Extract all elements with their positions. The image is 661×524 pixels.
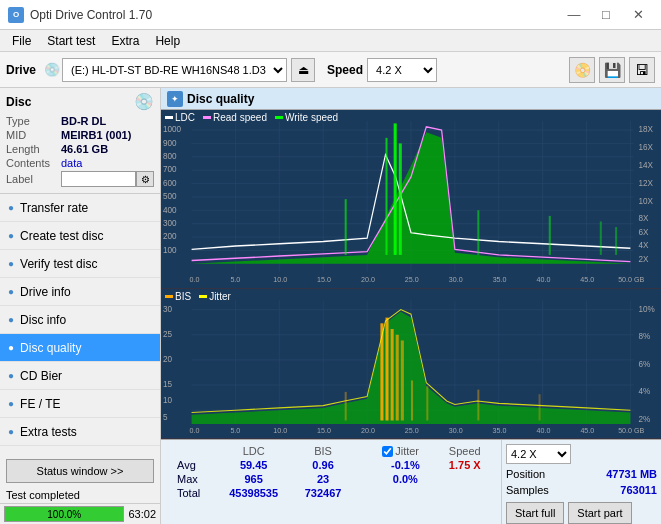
sidebar-item-drive-info[interactable]: ● Drive info [0,278,160,306]
svg-rect-102 [396,335,399,421]
jitter-checkbox-label[interactable]: Jitter [382,445,428,457]
menu-file[interactable]: File [4,32,39,50]
chart1-legend: LDC Read speed Write speed [165,112,338,123]
total-bis: 732467 [292,486,354,500]
drive-select[interactable]: (E:) HL-DT-ST BD-RE WH16NS48 1.D3 [62,58,287,82]
label-button[interactable]: ⚙ [136,171,154,187]
titlebar-controls: — □ ✕ [559,5,653,25]
stats-table: LDC BIS Jitter Speed [161,440,501,524]
svg-text:25.0: 25.0 [405,426,419,435]
jitter-checkbox[interactable] [382,446,393,457]
drive-info-icon: ● [8,286,14,297]
svg-text:16X: 16X [639,142,654,152]
sidebar-item-disc-quality[interactable]: ● Disc quality [0,334,160,362]
app-icon: O [8,7,24,23]
mid-label: MID [6,129,61,141]
disc-header: Disc 💿 [6,92,154,111]
avg-row: Avg 59.45 0.96 -0.1% 1.75 X [169,458,493,472]
svg-rect-106 [345,392,347,421]
chart1-container: LDC Read speed Write speed 1000 [161,110,661,289]
svg-text:12X: 12X [639,177,654,187]
sidebar-item-verify-test-disc[interactable]: ● Verify test disc [0,250,160,278]
sidebar-item-fe-te[interactable]: ● FE / TE [0,390,160,418]
fe-te-icon: ● [8,398,14,409]
speed-select[interactable]: 4.2 X [367,58,437,82]
status-window-button[interactable]: Status window >> [6,459,154,483]
speed-select-row: 4.2 X [506,444,657,464]
disc-length-row: Length 46.61 GB [6,143,154,155]
svg-text:5.0: 5.0 [230,426,240,435]
write-icon-button[interactable]: 💾 [599,57,625,83]
total-label: Total [169,486,215,500]
sidebar-item-disc-info[interactable]: ● Disc info [0,306,160,334]
sidebar-bottom: Status window >> Test completed 100.0% 6… [0,446,160,524]
svg-text:5.0: 5.0 [230,274,240,283]
svg-rect-103 [401,341,404,421]
svg-text:30.0: 30.0 [449,426,463,435]
sidebar-item-transfer-rate[interactable]: ● Transfer rate [0,194,160,222]
read-icon-button[interactable]: 📀 [569,57,595,83]
save-icon-button[interactable]: 🖫 [629,57,655,83]
type-value: BD-R DL [61,115,106,127]
start-part-button[interactable]: Start part [568,502,631,524]
close-button[interactable]: ✕ [623,5,653,25]
menu-extra[interactable]: Extra [103,32,147,50]
start-full-button[interactable]: Start full [506,502,564,524]
svg-rect-56 [477,210,479,255]
svg-text:25.0: 25.0 [405,274,419,283]
stats-right: 4.2 X Position 47731 MB Samples 763011 S… [501,440,661,524]
charts-area: LDC Read speed Write speed 1000 [161,110,661,524]
disc-mid-row: MID MEIRB1 (001) [6,129,154,141]
sidebar-item-cd-bier[interactable]: ● CD Bier [0,362,160,390]
legend-read-speed: Read speed [203,112,267,123]
svg-rect-101 [391,329,394,420]
svg-text:20.0: 20.0 [361,426,375,435]
titlebar-left: O Opti Drive Control 1.70 [8,7,152,23]
chart2-svg: 30 25 20 15 10 5 10% 8% 6% 4% 2% [161,289,661,438]
avg-ldc: 59.45 [215,458,292,472]
svg-text:400: 400 [163,204,177,214]
disc-info-icon: ● [8,314,14,325]
label-input[interactable] [61,171,136,187]
svg-text:800: 800 [163,151,177,161]
disc-type-row: Type BD-R DL [6,115,154,127]
svg-text:50.0 GB: 50.0 GB [618,426,644,435]
legend-bis: BIS [165,291,191,302]
disc-contents-row: Contents data [6,157,154,169]
jitter-header: Jitter [374,444,436,458]
svg-text:10: 10 [163,395,172,406]
menu-help[interactable]: Help [147,32,188,50]
svg-text:8%: 8% [639,331,651,342]
disc-panel: Disc 💿 Type BD-R DL MID MEIRB1 (001) Len… [0,88,160,194]
sidebar-item-extra-tests[interactable]: ● Extra tests [0,418,160,446]
disc-icon: 💿 [134,92,154,111]
maximize-button[interactable]: □ [591,5,621,25]
svg-text:0.0: 0.0 [190,426,200,435]
status-text: Test completed [0,487,160,503]
main-layout: Disc 💿 Type BD-R DL MID MEIRB1 (001) Len… [0,88,661,524]
jitter-legend-dot [199,295,207,298]
bis-legend-dot [165,295,173,298]
svg-text:10%: 10% [639,304,656,315]
minimize-button[interactable]: — [559,5,589,25]
stats-speed-select[interactable]: 4.2 X [506,444,571,464]
svg-text:700: 700 [163,164,177,174]
disc-quality-header-icon: ✦ [167,91,183,107]
svg-rect-55 [345,199,347,255]
sidebar-item-create-test-disc[interactable]: ● Create test disc [0,222,160,250]
nav-items: ● Transfer rate ● Create test disc ● Ver… [0,194,160,446]
svg-text:600: 600 [163,177,177,187]
menu-start-test[interactable]: Start test [39,32,103,50]
disc-label-row: Label ⚙ [6,171,154,187]
content-header-title: Disc quality [187,92,254,106]
svg-text:4%: 4% [639,386,651,397]
samples-value: 763011 [620,484,657,496]
svg-text:2X: 2X [639,253,649,263]
avg-label: Avg [169,458,215,472]
eject-button[interactable]: ⏏ [291,58,315,82]
svg-text:20: 20 [163,354,172,365]
svg-rect-108 [539,395,541,421]
svg-text:6%: 6% [639,359,651,370]
svg-rect-105 [426,387,428,421]
max-bis: 23 [292,472,354,486]
